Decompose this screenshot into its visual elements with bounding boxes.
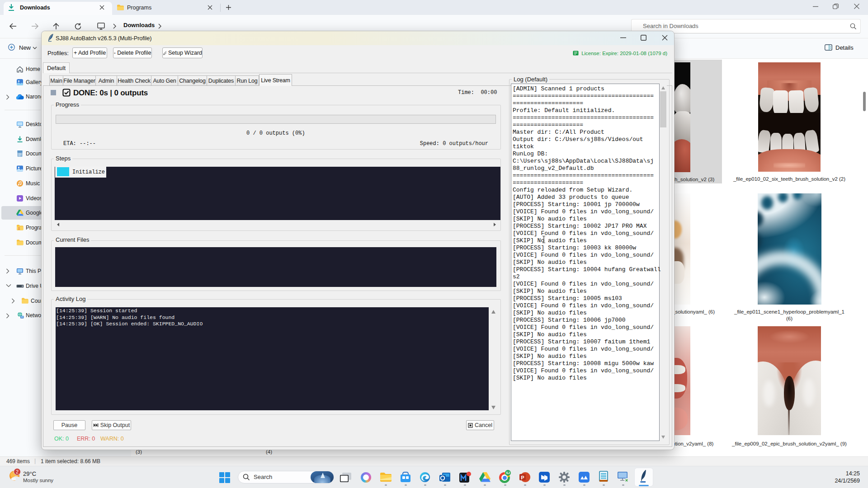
svg-text:P: P (521, 475, 524, 480)
